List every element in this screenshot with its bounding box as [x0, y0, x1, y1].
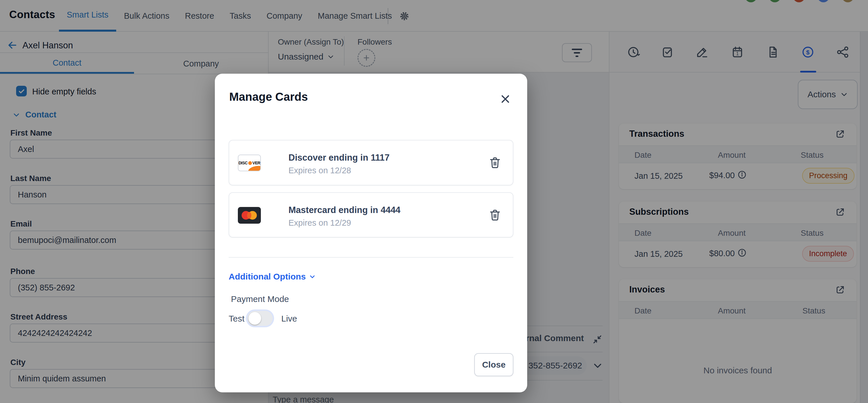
discover-dot: [248, 161, 252, 165]
chevron-down-icon: [309, 273, 316, 280]
saved-card-mastercard: Mastercard ending in 4444 Expires on 12/…: [229, 192, 514, 237]
payment-mode-toggle[interactable]: [247, 311, 273, 326]
delete-card-icon[interactable]: [488, 156, 502, 169]
card-expiry: Expires on 12/28: [288, 166, 351, 175]
manage-cards-modal: Manage Cards DISC VER Discover ending in…: [215, 74, 527, 392]
additional-options-toggle[interactable]: Additional Options: [229, 272, 316, 282]
discover-card-icon: DISC VER: [238, 154, 261, 171]
card-title: Discover ending in 1117: [288, 152, 390, 163]
modal-divider: [229, 257, 514, 258]
additional-options-label: Additional Options: [229, 272, 306, 282]
close-icon[interactable]: [499, 93, 512, 105]
modal-title: Manage Cards: [229, 90, 308, 103]
close-button[interactable]: Close: [474, 353, 514, 376]
delete-card-icon[interactable]: [488, 208, 502, 222]
discover-swoosh: [248, 165, 261, 171]
test-label: Test: [229, 314, 245, 323]
discover-wordmark: DISC: [239, 161, 247, 165]
mastercard-overlap: [247, 212, 251, 219]
app-window: Contacts Smart Lists Bulk Actions Restor…: [0, 0, 868, 403]
card-expiry: Expires on 12/29: [288, 218, 351, 228]
payment-mode-label: Payment Mode: [231, 294, 289, 304]
mastercard-card-icon: [238, 207, 261, 224]
live-label: Live: [281, 314, 297, 323]
toggle-knob: [248, 312, 261, 325]
discover-wordmark: VER: [252, 161, 260, 165]
card-title: Mastercard ending in 4444: [288, 205, 400, 215]
saved-card-discover: DISC VER Discover ending in 1117 Expires…: [229, 140, 514, 185]
